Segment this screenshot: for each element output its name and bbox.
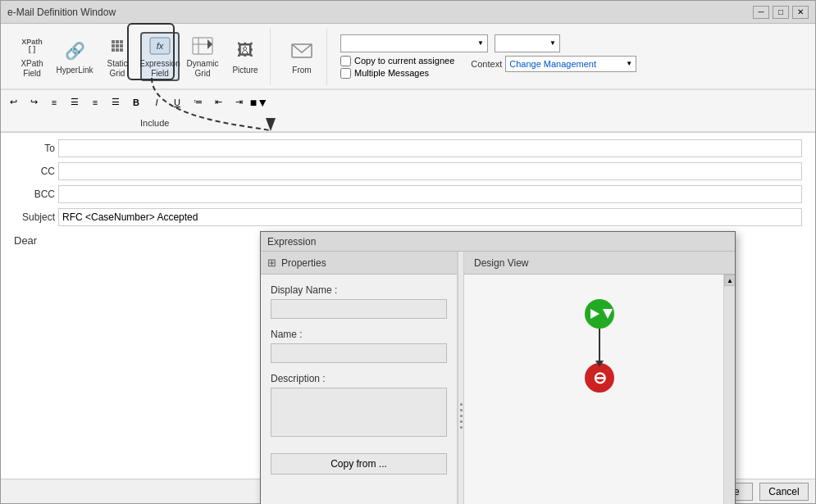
svg-marker-7 (590, 309, 599, 319)
dialog-title: Expression (267, 236, 316, 247)
align-left-button[interactable]: ≡ (45, 93, 63, 111)
hyperlink-label: HyperLink (56, 66, 93, 75)
multiple-messages-input[interactable] (340, 68, 351, 79)
italic-button[interactable]: I (148, 93, 166, 111)
properties-panel: ⊞ Properties Display Name : Name : (261, 252, 458, 504)
dynamic-grid-button[interactable]: DynamicGrid (183, 32, 222, 81)
copy-to-assignee-label: Copy to current assignee (354, 56, 454, 66)
formatting-bar: ↩ ↪ ≡ ☰ ≡ ☰ B I U ≔ ⇤ ⇥ ■▼ (1, 89, 815, 114)
include-bar: Include (1, 114, 815, 132)
properties-tab-icon: ⊞ (267, 257, 276, 269)
bcc-input[interactable] (58, 185, 802, 203)
properties-tab-label: Properties (281, 257, 326, 269)
underline-button[interactable]: U (168, 93, 186, 111)
ribbon-right: ▼ ▼ Copy to current assignee (334, 31, 809, 82)
checkboxes-area: Copy to current assignee Multiple Messag… (340, 56, 454, 79)
close-button[interactable]: ✕ (792, 6, 809, 19)
indent-right-button[interactable]: ⇥ (230, 93, 248, 111)
maximize-button[interactable]: □ (773, 6, 789, 19)
title-bar-controls: ─ □ ✕ (753, 6, 809, 19)
bold-button[interactable]: B (127, 93, 145, 111)
dynamic-grid-label: DynamicGrid (187, 59, 219, 79)
justify-button[interactable]: ☰ (107, 93, 125, 111)
picture-button[interactable]: 🖼 Picture (226, 32, 265, 81)
from-label: From (292, 66, 311, 75)
from-icon (289, 38, 315, 64)
resize-handle[interactable] (458, 252, 464, 504)
node-line (599, 329, 600, 363)
from-group: From (277, 28, 327, 85)
design-panel: Design View (464, 252, 735, 504)
minimize-button[interactable]: ─ (753, 6, 769, 19)
description-group: Description : (271, 373, 447, 437)
copy-to-assignee-checkbox[interactable]: Copy to current assignee (340, 56, 454, 66)
name-group: Name : (271, 329, 447, 363)
context-row: Context Change Management ▼ (471, 56, 636, 72)
indent-left-button[interactable]: ⇤ (209, 93, 227, 111)
subject-input[interactable] (58, 208, 802, 226)
to-row: To (14, 139, 802, 157)
copy-from-button[interactable]: Copy from ... (271, 453, 447, 474)
copy-to-assignee-input[interactable] (340, 56, 351, 66)
bcc-label: BCC (14, 188, 55, 200)
font-combo[interactable]: ▼ (340, 34, 488, 52)
multiple-messages-label: Multiple Messages (354, 68, 429, 78)
svg-marker-5 (207, 39, 212, 49)
name-label: Name : (271, 329, 447, 340)
expression-dialog: Expression ⊞ Properties Display Name : (260, 231, 736, 504)
expression-field-button[interactable]: fx ExpressionField (140, 32, 180, 81)
window-title: e-Mail Definition Window (7, 7, 116, 18)
display-name-group: Display Name : (271, 284, 447, 319)
design-tab-label: Design View (474, 257, 528, 269)
expr-field-label: ExpressionField (139, 59, 180, 79)
grid-icon (104, 34, 130, 57)
display-name-input[interactable] (271, 299, 447, 319)
picture-icon: 🖼 (232, 38, 258, 64)
list-button[interactable]: ≔ (189, 93, 207, 111)
svg-text:fx: fx (157, 41, 164, 51)
design-nodes: ⊖ (585, 299, 614, 393)
color-picker-button[interactable]: ■▼ (250, 93, 268, 111)
context-combo[interactable]: Change Management ▼ (505, 56, 636, 72)
align-right-button[interactable]: ≡ (86, 93, 104, 111)
title-bar: e-Mail Definition Window ─ □ ✕ (1, 1, 815, 24)
cc-input[interactable] (58, 162, 802, 180)
redo-button[interactable]: ↪ (25, 93, 43, 111)
design-scrollbar-right[interactable]: ▲ ▼ (723, 275, 735, 504)
xpath-label: XPathField (21, 59, 43, 79)
context-combo-arrow: ▼ (626, 60, 632, 67)
cancel-button[interactable]: Cancel (759, 483, 809, 501)
description-textarea[interactable] (271, 388, 447, 437)
toolbar-insert-group: XPath[ ] XPathField 🔗 HyperLink (7, 28, 271, 85)
static-grid-button[interactable]: StaticGrid (98, 32, 137, 81)
hyperlink-button[interactable]: 🔗 HyperLink (55, 32, 94, 81)
context-value: Change Management (509, 59, 596, 69)
context-label: Context (471, 59, 502, 69)
picture-label: Picture (232, 66, 258, 75)
size-combo[interactable]: ▼ (495, 34, 560, 52)
design-tab[interactable]: Design View (464, 252, 735, 275)
align-center-button[interactable]: ☰ (66, 93, 84, 111)
static-grid-label: StaticGrid (107, 59, 127, 79)
cc-row: CC (14, 162, 802, 180)
properties-tab[interactable]: ⊞ Properties (261, 252, 457, 275)
expr-icon: fx (147, 34, 173, 57)
undo-button[interactable]: ↩ (4, 93, 22, 111)
name-input[interactable] (271, 343, 447, 363)
to-label: To (14, 143, 55, 154)
subject-row: Subject (14, 208, 802, 226)
email-body: To CC BCC Subject Dear Expression (1, 133, 815, 479)
multiple-messages-checkbox[interactable]: Multiple Messages (340, 68, 454, 79)
size-combo-arrow: ▼ (549, 39, 556, 47)
cc-label: CC (14, 166, 55, 177)
bcc-row: BCC (14, 185, 802, 203)
from-button[interactable]: From (282, 32, 321, 81)
xpath-field-button[interactable]: XPath[ ] XPathField (12, 32, 52, 81)
description-label: Description : (271, 373, 447, 384)
to-input[interactable] (58, 139, 802, 157)
include-label: Include (140, 118, 169, 128)
subject-label: Subject (14, 211, 55, 223)
dynamic-icon (189, 34, 216, 57)
ribbon-options: Copy to current assignee Multiple Messag… (340, 56, 802, 79)
dialog-body: ⊞ Properties Display Name : Name : (261, 252, 735, 504)
